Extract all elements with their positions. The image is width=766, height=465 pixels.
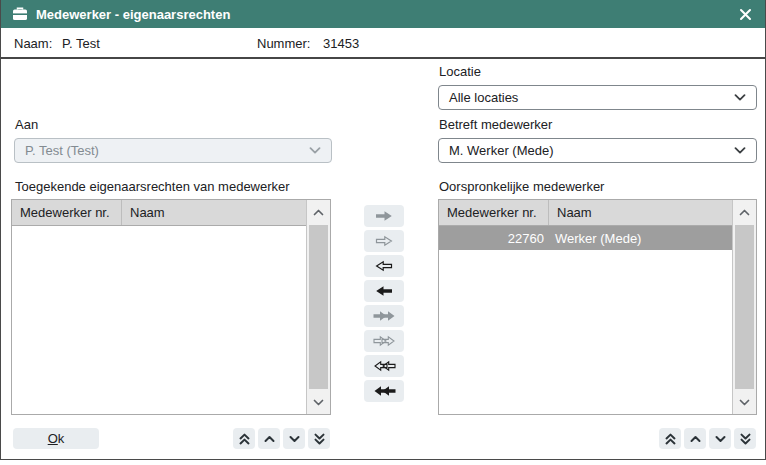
arrow-left-solid-icon xyxy=(375,285,393,297)
right-scroll-top-button[interactable] xyxy=(659,428,681,449)
chevron-down-icon xyxy=(714,435,727,443)
arrow-right-solid-icon xyxy=(375,210,393,222)
briefcase-icon xyxy=(12,7,28,21)
ok-button-label: Ok xyxy=(48,431,65,446)
arrow-right-outline-button[interactable] xyxy=(364,230,404,252)
nummer-value: 31453 xyxy=(323,36,359,51)
locatie-select[interactable]: Alle locaties xyxy=(438,85,757,110)
arrow-right-outline-icon xyxy=(375,235,393,247)
betreft-medewerker-label: Betreft medewerker xyxy=(439,117,552,132)
original-employee-scrollbar[interactable] xyxy=(732,200,756,414)
dialog-header-strip: Naam: P. Test Nummer: 31453 xyxy=(1,28,765,59)
left-panel-title: Toegekende eigenaarsrechten van medewerk… xyxy=(15,179,290,194)
double-arrow-right-solid-button[interactable] xyxy=(364,305,404,327)
chevron-down-icon xyxy=(309,147,321,154)
naam-label: Naam: xyxy=(14,36,52,51)
scrollbar-thumb[interactable] xyxy=(735,225,754,389)
assigned-rights-scrollbar[interactable] xyxy=(306,200,330,414)
double-arrow-left-solid-button[interactable] xyxy=(364,380,404,402)
table-header: Medewerker nr. Naam xyxy=(12,200,307,226)
right-panel-title: Oorspronkelijke medewerker xyxy=(439,179,604,194)
betreft-medewerker-select[interactable]: M. Werker (Mede) xyxy=(438,138,757,163)
naam-value: P. Test xyxy=(62,36,100,51)
double-arrow-left-outline-icon xyxy=(373,360,396,372)
double-chevron-down-icon xyxy=(739,433,752,445)
scrollbar-down-icon[interactable] xyxy=(733,390,756,414)
right-scroll-up-button[interactable] xyxy=(684,428,706,449)
column-header-naam: Naam xyxy=(122,200,307,225)
chevron-up-icon xyxy=(689,435,702,443)
dialog-titlebar[interactable]: Medewerker - eigenaarsrechten xyxy=(1,0,765,28)
scrollbar-up-icon[interactable] xyxy=(733,200,756,224)
column-header-naam: Naam xyxy=(549,200,733,225)
column-header-medewerker-nr: Medewerker nr. xyxy=(439,200,549,225)
right-scroll-bottom-button[interactable] xyxy=(734,428,756,449)
scrollbar-down-icon[interactable] xyxy=(307,390,330,414)
aan-select: P. Test (Test) xyxy=(14,138,332,163)
assigned-rights-table: Medewerker nr. Naam xyxy=(11,199,331,415)
dialog-title: Medewerker - eigenaarsrechten xyxy=(36,7,230,22)
arrow-left-solid-button[interactable] xyxy=(364,280,404,302)
nummer-label: Nummer: xyxy=(257,36,310,51)
left-scroll-up-button[interactable] xyxy=(258,428,280,449)
chevron-up-icon xyxy=(263,435,276,443)
double-chevron-up-icon xyxy=(664,433,677,445)
employee-owner-rights-dialog: Medewerker - eigenaarsrechten Naam: P. T… xyxy=(0,0,766,460)
double-arrow-left-solid-icon xyxy=(373,385,396,397)
original-employee-table-body[interactable]: 22760 Werker (Mede) xyxy=(439,226,733,414)
scrollbar-thumb[interactable] xyxy=(309,225,328,389)
aan-label: Aan xyxy=(15,117,38,132)
double-chevron-down-icon xyxy=(313,433,326,445)
double-arrow-left-outline-button[interactable] xyxy=(364,355,404,377)
ok-button[interactable]: Ok xyxy=(13,428,99,449)
locatie-label: Locatie xyxy=(439,64,481,79)
double-arrow-right-outline-icon xyxy=(373,335,396,347)
double-arrow-right-outline-button[interactable] xyxy=(364,330,404,352)
table-header: Medewerker nr. Naam xyxy=(439,200,733,226)
assigned-rights-table-body[interactable] xyxy=(12,226,307,414)
betreft-selected-value: M. Werker (Mede) xyxy=(449,143,554,158)
original-employee-table: Medewerker nr. Naam 22760 Werker (Mede) xyxy=(438,199,757,415)
table-row-selected[interactable]: 22760 Werker (Mede) xyxy=(439,226,733,250)
left-scroll-bottom-button[interactable] xyxy=(308,428,330,449)
chevron-down-icon xyxy=(288,435,301,443)
left-scroll-top-button[interactable] xyxy=(233,428,255,449)
left-scroll-down-button[interactable] xyxy=(283,428,305,449)
aan-selected-value: P. Test (Test) xyxy=(25,143,99,158)
cell-medewerker-nr: 22760 xyxy=(439,231,549,246)
double-chevron-up-icon xyxy=(238,433,251,445)
double-arrow-right-solid-icon xyxy=(373,310,396,322)
arrow-right-solid-button[interactable] xyxy=(364,205,404,227)
locatie-selected-value: Alle locaties xyxy=(449,90,518,105)
chevron-down-icon xyxy=(734,147,746,154)
arrow-left-outline-icon xyxy=(375,260,393,272)
close-icon[interactable] xyxy=(737,6,754,23)
right-scroll-down-button[interactable] xyxy=(709,428,731,449)
arrow-left-outline-button[interactable] xyxy=(364,255,404,277)
column-header-medewerker-nr: Medewerker nr. xyxy=(12,200,122,225)
chevron-down-icon xyxy=(734,94,746,101)
cell-naam: Werker (Mede) xyxy=(549,231,641,246)
scrollbar-up-icon[interactable] xyxy=(307,200,330,224)
